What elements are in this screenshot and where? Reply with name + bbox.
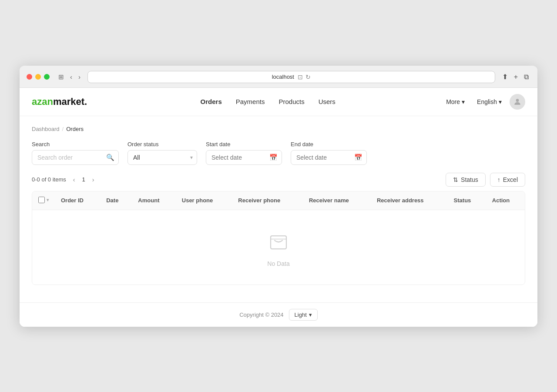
- search-input-wrap: 🔍: [32, 150, 119, 165]
- table-actions: ⇅ Status ↑ Excel: [446, 173, 525, 187]
- end-date-input[interactable]: [291, 150, 367, 165]
- logo-azan: azan: [32, 96, 53, 107]
- share-btn[interactable]: ⬆: [500, 72, 510, 82]
- items-count: 0-0 of 0 items: [32, 176, 66, 183]
- nav-users[interactable]: Users: [318, 96, 336, 107]
- th-action-label: Action: [492, 197, 510, 204]
- sidebar-toggle-btn[interactable]: ⊞: [57, 72, 66, 82]
- start-date-label: Start date: [206, 141, 282, 147]
- no-data-icon: [32, 232, 525, 257]
- next-page-btn[interactable]: ›: [90, 175, 97, 184]
- address-bar-icons: ⊡ ↻: [298, 74, 311, 80]
- no-data-row: No Data: [32, 210, 525, 285]
- th-user-phone-label: User phone: [182, 197, 213, 204]
- th-receiver-name-label: Receiver name: [309, 197, 349, 204]
- search-input[interactable]: [32, 150, 119, 165]
- traffic-lights: [27, 74, 50, 80]
- prev-page-btn[interactable]: ‹: [70, 175, 78, 184]
- checkbox-chevron: ▾: [38, 197, 49, 203]
- more-dropdown-btn[interactable]: More ▾: [442, 96, 469, 107]
- no-data-text: No Data: [32, 260, 525, 267]
- breadcrumb: Dashboard / Orders: [32, 126, 525, 132]
- excel-btn[interactable]: ↑ Excel: [490, 173, 525, 187]
- filters-row: Search 🔍 Order status All Pending Proces…: [32, 141, 525, 165]
- app-content: azanmarket. Orders Payments Products Use…: [20, 88, 537, 327]
- th-receiver-name: Receiver name: [303, 191, 371, 210]
- table-body: No Data: [32, 210, 525, 285]
- copyright-text: Copyright © 2024: [239, 312, 283, 318]
- breadcrumb-current: Orders: [66, 126, 84, 132]
- maximize-traffic-light[interactable]: [44, 74, 50, 80]
- th-date-label: Date: [106, 197, 118, 204]
- orders-table: ▾ Order ID Date Amount: [32, 191, 525, 285]
- no-data-cell: No Data: [32, 210, 525, 285]
- select-all-header: ▾: [32, 191, 55, 210]
- close-traffic-light[interactable]: [27, 74, 32, 80]
- th-receiver-phone: Receiver phone: [232, 191, 303, 210]
- th-receiver-phone-label: Receiver phone: [238, 197, 280, 204]
- user-avatar-btn[interactable]: [510, 94, 525, 110]
- excel-icon: ↑: [497, 176, 500, 183]
- col-chevron-icon: ▾: [47, 198, 49, 202]
- minimize-traffic-light[interactable]: [35, 74, 41, 80]
- orders-table-wrap: ▾ Order ID Date Amount: [32, 191, 525, 285]
- language-label: English: [477, 98, 497, 105]
- refresh-icon: ↻: [305, 74, 311, 80]
- tabs-btn[interactable]: ⧉: [522, 72, 530, 82]
- status-btn[interactable]: ⇅ Status: [446, 173, 486, 187]
- order-status-label: Order status: [128, 141, 197, 147]
- url-text: localhost: [272, 74, 294, 80]
- browser-window: ⊞ ‹ › localhost ⊡ ↻ ⬆ + ⧉ azanmarket. Or…: [20, 66, 537, 327]
- table-header-row: ▾ Order ID Date Amount: [32, 191, 525, 210]
- status-btn-label: Status: [461, 176, 478, 183]
- nav-orders[interactable]: Orders: [200, 96, 223, 107]
- th-order-id-label: Order ID: [61, 197, 84, 204]
- logo: azanmarket.: [32, 96, 87, 107]
- new-tab-btn[interactable]: +: [512, 72, 520, 82]
- theme-label: Light: [295, 312, 307, 318]
- back-btn[interactable]: ‹: [68, 72, 74, 82]
- end-date-wrap: 📅: [291, 150, 367, 165]
- theme-toggle-btn[interactable]: Light ▾: [289, 309, 318, 321]
- theme-chevron-icon: ▾: [309, 312, 312, 318]
- breadcrumb-parent[interactable]: Dashboard: [32, 126, 60, 132]
- breadcrumb-separator: /: [62, 126, 64, 132]
- forward-btn[interactable]: ›: [77, 72, 82, 82]
- main-nav: azanmarket. Orders Payments Products Use…: [20, 88, 537, 116]
- more-chevron-icon: ▾: [462, 98, 465, 105]
- start-date-input[interactable]: [206, 150, 282, 165]
- th-status-label: Status: [454, 197, 471, 204]
- nav-right: More ▾ English ▾: [442, 94, 525, 110]
- logo-market: market.: [53, 96, 87, 107]
- pagination-info: 0-0 of 0 items ‹ 1 ›: [32, 175, 97, 184]
- nav-products[interactable]: Products: [278, 96, 305, 107]
- th-receiver-address: Receiver address: [371, 191, 448, 210]
- select-all-checkbox[interactable]: [38, 197, 45, 203]
- th-action: Action: [486, 191, 525, 210]
- start-date-wrap: 📅: [206, 150, 282, 165]
- th-amount-label: Amount: [138, 197, 159, 204]
- user-icon: [513, 97, 522, 106]
- app-footer: Copyright © 2024 Light ▾: [20, 302, 537, 327]
- th-receiver-address-label: Receiver address: [377, 197, 424, 204]
- th-user-phone: User phone: [176, 191, 232, 210]
- end-date-label: End date: [291, 141, 367, 147]
- language-dropdown-btn[interactable]: English ▾: [473, 96, 506, 107]
- main-content: Dashboard / Orders Search 🔍 Order status: [20, 116, 537, 302]
- start-date-filter-group: Start date 📅: [206, 141, 282, 165]
- nav-payments[interactable]: Payments: [235, 96, 266, 107]
- nav-links: Orders Payments Products Users: [104, 96, 431, 107]
- order-status-filter-group: Order status All Pending Processing Comp…: [128, 141, 197, 165]
- search-filter-group: Search 🔍: [32, 141, 119, 165]
- search-label: Search: [32, 141, 119, 147]
- svg-point-0: [516, 99, 519, 102]
- th-order-id: Order ID: [55, 191, 100, 210]
- browser-actions: ⬆ + ⧉: [500, 72, 530, 82]
- address-bar[interactable]: localhost ⊡ ↻: [87, 71, 495, 83]
- th-amount: Amount: [132, 191, 175, 210]
- status-icon: ⇅: [453, 176, 458, 183]
- order-status-select-wrap: All Pending Processing Completed Cancell…: [128, 150, 197, 165]
- th-date: Date: [100, 191, 132, 210]
- more-label: More: [446, 98, 460, 105]
- order-status-select[interactable]: All Pending Processing Completed Cancell…: [128, 150, 197, 165]
